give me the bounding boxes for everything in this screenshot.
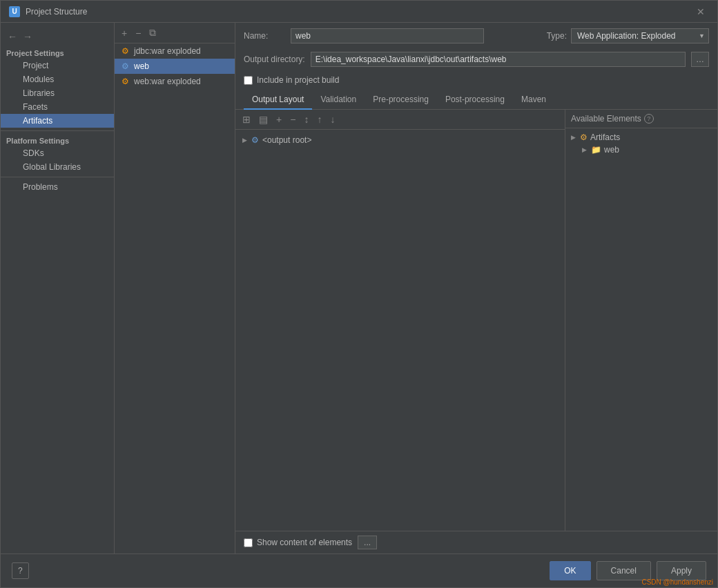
nav-back-button[interactable]: ← bbox=[6, 30, 19, 43]
sidebar-item-sdks[interactable]: SDKs bbox=[1, 146, 114, 160]
ok-button[interactable]: OK bbox=[550, 561, 590, 580]
main-content: ← → Project Settings Project Modules Lib… bbox=[1, 23, 717, 553]
output-toolbar: ⊞ ▤ + − ↕ ↑ ↓ bbox=[235, 110, 565, 130]
sidebar-nav: ← → bbox=[1, 27, 114, 46]
artifact-item-jdbc-war[interactable]: ⚙ jdbc:war exploded bbox=[115, 43, 235, 59]
tab-post-processing[interactable]: Post-processing bbox=[437, 90, 513, 110]
output-root-caret: ▶ bbox=[242, 137, 247, 144]
output-tree: ▶ ⚙ <output root> bbox=[235, 130, 565, 531]
sidebar-item-facets[interactable]: Facets bbox=[1, 100, 114, 114]
dialog-footer: ? OK Cancel Apply bbox=[1, 553, 717, 587]
type-select-wrapper: Web Application: Exploded bbox=[571, 28, 709, 43]
sidebar-item-project[interactable]: Project bbox=[1, 59, 114, 72]
output-down-btn[interactable]: ↓ bbox=[327, 112, 338, 126]
app-icon: U bbox=[9, 6, 20, 17]
artifact-item-web[interactable]: ⚙ web bbox=[115, 59, 235, 74]
title-bar-left: U Project Structure bbox=[9, 6, 87, 17]
tab-pre-processing[interactable]: Pre-processing bbox=[365, 90, 437, 110]
title-bar: U Project Structure ✕ bbox=[1, 1, 717, 23]
artifact-icon-web-war: ⚙ bbox=[120, 77, 130, 86]
footer-left: ? bbox=[12, 562, 29, 579]
sidebar-item-libraries[interactable]: Libraries bbox=[1, 86, 114, 100]
avail-artifacts-icon: ⚙ bbox=[580, 133, 588, 142]
remove-artifact-button[interactable]: − bbox=[133, 26, 144, 40]
output-root-item[interactable]: ▶ ⚙ <output root> bbox=[240, 134, 561, 146]
show-content-row: Show content of elements bbox=[244, 538, 352, 547]
avail-item-web[interactable]: ▶ 📁 web bbox=[568, 144, 715, 156]
output-area: ⊞ ▤ + − ↕ ↑ ↓ ▶ ⚙ <output root> bbox=[235, 110, 565, 531]
include-project-build-label[interactable]: Include in project build bbox=[257, 75, 339, 85]
right-panel: Name: Type: Web Application: Exploded Ou… bbox=[235, 23, 717, 553]
output-grid-btn[interactable]: ⊞ bbox=[240, 112, 253, 126]
tabs-bar: Output Layout Validation Pre-processing … bbox=[235, 90, 717, 110]
bottom-row: Show content of elements ... bbox=[235, 531, 717, 553]
add-artifact-button[interactable]: + bbox=[119, 26, 130, 40]
available-help-icon[interactable]: ? bbox=[644, 114, 654, 124]
artifact-panel: + − ⧉ ⚙ jdbc:war exploded ⚙ web ⚙ web:wa… bbox=[115, 23, 235, 553]
name-input[interactable] bbox=[291, 28, 484, 43]
output-list-btn[interactable]: ▤ bbox=[256, 112, 271, 126]
project-structure-dialog: U Project Structure ✕ ← → Project Settin… bbox=[0, 0, 718, 588]
output-add-btn[interactable]: + bbox=[273, 112, 284, 126]
available-tree: ▶ ⚙ Artifacts ▶ 📁 web bbox=[565, 128, 717, 531]
browse-dir-button[interactable]: … bbox=[691, 52, 709, 67]
available-panel: Available Elements ? ▶ ⚙ Artifacts ▶ 📁 w… bbox=[565, 110, 717, 531]
artifact-item-web-war[interactable]: ⚙ web:war exploded bbox=[115, 74, 235, 89]
nav-forward-button[interactable]: → bbox=[21, 30, 34, 43]
avail-web-icon: 📁 bbox=[591, 145, 601, 155]
sidebar-divider bbox=[1, 130, 114, 131]
include-project-build-checkbox[interactable] bbox=[244, 76, 253, 85]
artifact-icon-web: ⚙ bbox=[120, 61, 130, 71]
output-root-icon: ⚙ bbox=[250, 135, 260, 145]
avail-artifacts-caret: ▶ bbox=[571, 134, 576, 141]
watermark: CSDN @hundanshenzi bbox=[637, 577, 717, 587]
available-header: Available Elements ? bbox=[565, 110, 717, 128]
output-dir-input[interactable] bbox=[311, 52, 686, 67]
name-row: Name: Type: Web Application: Exploded bbox=[235, 23, 717, 49]
output-up-btn[interactable]: ↑ bbox=[314, 112, 324, 126]
avail-artifacts-label: Artifacts bbox=[590, 133, 620, 142]
sidebar-divider-2 bbox=[1, 177, 114, 177]
close-button[interactable]: ✕ bbox=[692, 5, 709, 19]
avail-web-label: web bbox=[604, 145, 619, 155]
ellipsis-button[interactable]: ... bbox=[358, 536, 377, 549]
show-content-label[interactable]: Show content of elements bbox=[257, 538, 352, 547]
output-root-label: <output root> bbox=[262, 135, 311, 145]
artifact-list: ⚙ jdbc:war exploded ⚙ web ⚙ web:war expl… bbox=[115, 43, 235, 553]
avail-item-artifacts[interactable]: ▶ ⚙ Artifacts bbox=[568, 131, 715, 144]
output-remove-btn[interactable]: − bbox=[287, 112, 298, 126]
output-sort-btn[interactable]: ↕ bbox=[301, 112, 311, 126]
tab-validation[interactable]: Validation bbox=[312, 90, 365, 110]
tab-content: ⊞ ▤ + − ↕ ↑ ↓ ▶ ⚙ <output root> bbox=[235, 110, 717, 531]
sidebar-item-modules[interactable]: Modules bbox=[1, 72, 114, 86]
sidebar-item-artifacts[interactable]: Artifacts bbox=[1, 114, 114, 128]
platform-settings-label: Platform Settings bbox=[1, 134, 114, 146]
type-section: Type: Web Application: Exploded bbox=[547, 28, 709, 43]
sidebar-item-problems[interactable]: Problems bbox=[1, 180, 114, 194]
artifact-toolbar: + − ⧉ bbox=[115, 23, 235, 43]
tab-output-layout[interactable]: Output Layout bbox=[244, 90, 312, 110]
show-content-checkbox[interactable] bbox=[244, 538, 253, 547]
output-dir-label: Output directory: bbox=[244, 55, 305, 64]
sidebar-item-global-libraries[interactable]: Global Libraries bbox=[1, 160, 114, 174]
project-settings-label: Project Settings bbox=[1, 46, 114, 59]
name-label: Name: bbox=[244, 31, 285, 41]
output-dir-row: Output directory: … bbox=[235, 49, 717, 72]
avail-web-caret: ▶ bbox=[582, 146, 587, 153]
type-select[interactable]: Web Application: Exploded bbox=[571, 28, 709, 43]
include-build-row: Include in project build bbox=[235, 72, 717, 90]
available-elements-label: Available Elements bbox=[571, 114, 641, 124]
type-label: Type: bbox=[547, 31, 567, 41]
help-button[interactable]: ? bbox=[12, 562, 29, 579]
sidebar: ← → Project Settings Project Modules Lib… bbox=[1, 23, 115, 553]
tab-maven[interactable]: Maven bbox=[513, 90, 554, 110]
artifact-icon-jdbc-war: ⚙ bbox=[120, 46, 130, 56]
dialog-title: Project Structure bbox=[26, 7, 87, 17]
copy-artifact-button[interactable]: ⧉ bbox=[146, 26, 159, 40]
